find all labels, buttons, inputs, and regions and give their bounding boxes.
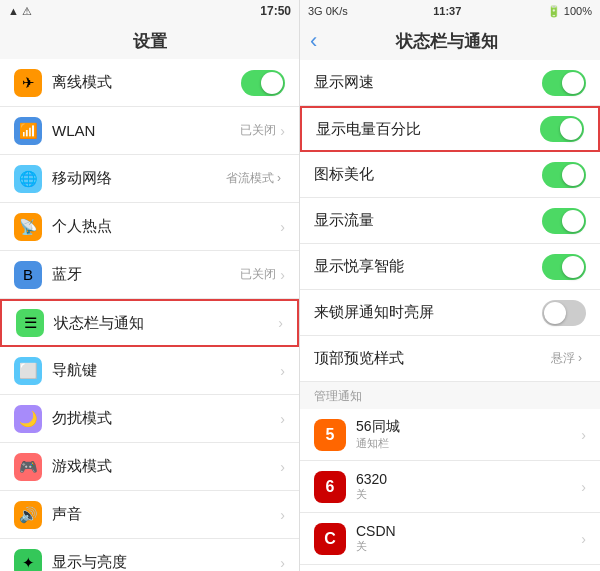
app-icon-app-56tc: 5	[314, 419, 346, 451]
app-status-app-56tc: 通知栏	[356, 436, 581, 451]
toggle-right-icon-beauty[interactable]	[542, 162, 586, 188]
chevron-nav: ›	[280, 363, 285, 379]
left-item-icon-statusbar: ☰	[16, 309, 44, 337]
left-panel: ▲ ⚠ 17:50 设置 ✈离线模式📶WLAN已关闭›🌐移动网络省流模式 ›📡个…	[0, 0, 300, 571]
left-item-dnd[interactable]: 🌙勿扰模式›	[0, 395, 299, 443]
left-panel-title: 设置	[0, 22, 299, 59]
left-item-icon-hotspot: 📡	[14, 213, 42, 241]
app-name-app-56tc: 56同城	[356, 418, 581, 436]
chevron-statusbar: ›	[278, 315, 283, 331]
right-item-show-speed[interactable]: 显示网速	[300, 60, 600, 106]
right-header: ‹ 状态栏与通知	[300, 22, 600, 60]
left-item-sound[interactable]: 🔊声音›	[0, 491, 299, 539]
chevron-sound: ›	[280, 507, 285, 523]
left-item-value-wlan: 已关闭	[240, 122, 276, 139]
app-name-app-csdn: CSDN	[356, 523, 581, 539]
left-item-icon-bluetooth: B	[14, 261, 42, 289]
right-item-label-show-battery: 显示电量百分比	[316, 120, 540, 139]
left-item-statusbar[interactable]: ☰状态栏与通知›	[0, 299, 299, 347]
left-item-label-statusbar: 状态栏与通知	[54, 314, 278, 333]
right-item-label-lock-bright: 来锁屏通知时亮屏	[314, 303, 542, 322]
status-bar-left: ▲ ⚠ 17:50	[0, 0, 299, 22]
status-right-time: 11:37	[433, 5, 461, 17]
notifications-section-header: 管理通知	[300, 382, 600, 409]
right-item-show-yixiang[interactable]: 显示悦享智能	[300, 244, 600, 290]
back-button[interactable]: ‹	[310, 28, 317, 54]
left-item-icon-game: 🎮	[14, 453, 42, 481]
right-panel-title: 状态栏与通知	[323, 30, 570, 53]
right-item-label-show-yixiang: 显示悦享智能	[314, 257, 542, 276]
left-item-display[interactable]: ✦显示与亮度›	[0, 539, 299, 571]
status-right-battery: 🔋 100%	[547, 5, 592, 18]
app-icon-app-csdn: C	[314, 523, 346, 555]
left-item-wlan[interactable]: 📶WLAN已关闭›	[0, 107, 299, 155]
notification-item-app-6320[interactable]: 66320关›	[300, 461, 600, 513]
left-item-label-offline: 离线模式	[52, 73, 241, 92]
app-info-app-56tc: 56同城通知栏	[356, 418, 581, 451]
left-item-offline[interactable]: ✈离线模式	[0, 59, 299, 107]
chevron-dnd: ›	[280, 411, 285, 427]
app-status-app-csdn: 关	[356, 539, 581, 554]
left-item-game[interactable]: 🎮游戏模式›	[0, 443, 299, 491]
right-item-label-top-preview: 顶部预览样式	[314, 349, 551, 368]
notification-item-app-csdn[interactable]: CCSDN关›	[300, 513, 600, 565]
status-left-time: 17:50	[260, 4, 291, 18]
right-item-icon-beauty[interactable]: 图标美化	[300, 152, 600, 198]
toggle-right-show-yixiang[interactable]	[542, 254, 586, 280]
toggle-offline[interactable]	[241, 70, 285, 96]
right-item-show-battery[interactable]: 显示电量百分比	[300, 106, 600, 152]
app-chevron-app-6320: ›	[581, 479, 586, 495]
left-item-label-wlan: WLAN	[52, 122, 240, 139]
chevron-wlan: ›	[280, 123, 285, 139]
left-item-nav[interactable]: ⬜导航键›	[0, 347, 299, 395]
left-item-icon-wlan: 📶	[14, 117, 42, 145]
left-item-label-game: 游戏模式	[52, 457, 280, 476]
status-bar-right: 3G 0K/s 11:37 🔋 100%	[300, 0, 600, 22]
right-settings-list: 显示网速显示电量百分比图标美化显示流量显示悦享智能来锁屏通知时亮屏顶部预览样式悬…	[300, 60, 600, 571]
right-item-value-top-preview: 悬浮 ›	[551, 350, 582, 367]
left-item-bluetooth[interactable]: B蓝牙已关闭›	[0, 251, 299, 299]
toggle-right-show-speed[interactable]	[542, 70, 586, 96]
left-settings-list: ✈离线模式📶WLAN已关闭›🌐移动网络省流模式 ›📡个人热点›B蓝牙已关闭›☰状…	[0, 59, 299, 571]
right-item-label-show-speed: 显示网速	[314, 73, 542, 92]
chevron-display: ›	[280, 555, 285, 571]
left-item-icon-nav: ⬜	[14, 357, 42, 385]
app-name-app-6320: 6320	[356, 471, 581, 487]
status-right-network: 3G 0K/s	[308, 5, 348, 17]
app-info-app-6320: 6320关	[356, 471, 581, 502]
left-item-mobile[interactable]: 🌐移动网络省流模式 ›	[0, 155, 299, 203]
app-icon-app-6320: 6	[314, 471, 346, 503]
app-chevron-app-csdn: ›	[581, 531, 586, 547]
right-item-label-icon-beauty: 图标美化	[314, 165, 542, 184]
right-item-top-preview[interactable]: 顶部预览样式悬浮 ›	[300, 336, 600, 382]
left-item-icon-offline: ✈	[14, 69, 42, 97]
chevron-bluetooth: ›	[280, 267, 285, 283]
left-item-hotspot[interactable]: 📡个人热点›	[0, 203, 299, 251]
app-info-app-csdn: CSDN关	[356, 523, 581, 554]
left-item-icon-display: ✦	[14, 549, 42, 572]
left-item-label-dnd: 勿扰模式	[52, 409, 280, 428]
chevron-game: ›	[280, 459, 285, 475]
left-item-label-nav: 导航键	[52, 361, 280, 380]
status-left-icons: ▲ ⚠	[8, 5, 32, 18]
toggle-right-show-traffic[interactable]	[542, 208, 586, 234]
app-status-app-6320: 关	[356, 487, 581, 502]
app-chevron-app-56tc: ›	[581, 427, 586, 443]
left-item-icon-dnd: 🌙	[14, 405, 42, 433]
left-item-label-bluetooth: 蓝牙	[52, 265, 240, 284]
left-item-value-bluetooth: 已关闭	[240, 266, 276, 283]
left-item-value-mobile: 省流模式 ›	[226, 170, 281, 187]
right-item-lock-bright[interactable]: 来锁屏通知时亮屏	[300, 290, 600, 336]
right-item-show-traffic[interactable]: 显示流量	[300, 198, 600, 244]
left-item-label-sound: 声音	[52, 505, 280, 524]
toggle-right-show-battery[interactable]	[540, 116, 584, 142]
left-item-label-mobile: 移动网络	[52, 169, 226, 188]
right-panel: 3G 0K/s 11:37 🔋 100% ‹ 状态栏与通知 显示网速显示电量百分…	[300, 0, 600, 571]
notification-item-app-flash[interactable]: FFlash Player Settings关›	[300, 565, 600, 571]
left-item-label-hotspot: 个人热点	[52, 217, 280, 236]
toggle-right-lock-bright[interactable]	[542, 300, 586, 326]
notification-item-app-56tc[interactable]: 556同城通知栏›	[300, 409, 600, 461]
right-item-label-show-traffic: 显示流量	[314, 211, 542, 230]
chevron-hotspot: ›	[280, 219, 285, 235]
left-item-label-display: 显示与亮度	[52, 553, 280, 571]
